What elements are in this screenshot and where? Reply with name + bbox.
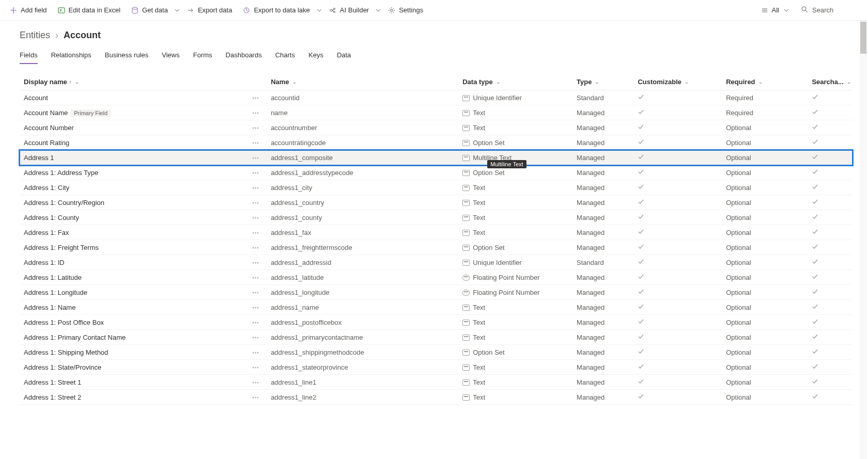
row-more-icon[interactable]: ⋯ bbox=[252, 154, 262, 162]
table-row[interactable]: Address 1: Post Office Box⋯address1_post… bbox=[20, 315, 853, 330]
row-more-icon[interactable]: ⋯ bbox=[252, 393, 262, 401]
cell-name: address1_line1 bbox=[267, 375, 458, 390]
tab-data[interactable]: Data bbox=[337, 48, 351, 64]
row-more-icon[interactable]: ⋯ bbox=[252, 363, 262, 371]
cell-name: address1_county bbox=[267, 210, 458, 225]
table-row[interactable]: Address 1: Address Type⋯address1_address… bbox=[20, 165, 853, 180]
settings-button[interactable]: Settings bbox=[382, 0, 428, 20]
cell-searchable bbox=[808, 195, 853, 210]
cell-required: Optional bbox=[722, 270, 808, 285]
col-name[interactable]: Name⌄ bbox=[267, 74, 458, 90]
row-more-icon[interactable]: ⋯ bbox=[252, 289, 262, 296]
table-row[interactable]: Account Number⋯accountnumberTextManagedO… bbox=[20, 120, 853, 135]
cell-required: Optional bbox=[722, 165, 808, 180]
col-searchable[interactable]: Searcha...⌄ bbox=[808, 74, 853, 90]
col-data-type[interactable]: Data type⌄ bbox=[458, 74, 572, 90]
col-type[interactable]: Type⌄ bbox=[572, 74, 633, 90]
table-row[interactable]: Address 1: State/Province⋯address1_state… bbox=[20, 360, 853, 375]
scrollbar-thumb[interactable] bbox=[860, 22, 866, 54]
cell-customizable bbox=[633, 390, 722, 405]
row-more-icon[interactable]: ⋯ bbox=[252, 319, 262, 326]
row-more-icon[interactable]: ⋯ bbox=[252, 244, 262, 251]
col-display-name[interactable]: Display name↑⌄ bbox=[20, 74, 267, 90]
get-data-button[interactable]: Get data bbox=[126, 0, 173, 20]
datatype-icon bbox=[462, 245, 470, 251]
tab-relationships[interactable]: Relationships bbox=[51, 48, 91, 64]
breadcrumb-parent[interactable]: Entities bbox=[20, 30, 50, 41]
row-more-icon[interactable]: ⋯ bbox=[252, 94, 262, 102]
scrollbar-track[interactable] bbox=[860, 21, 867, 405]
tab-keys[interactable]: Keys bbox=[308, 48, 323, 64]
add-field-button[interactable]: Add field bbox=[4, 0, 52, 20]
row-more-icon[interactable]: ⋯ bbox=[252, 169, 262, 177]
export-data-button[interactable]: Export data bbox=[181, 0, 238, 20]
ai-builder-chevron-icon[interactable] bbox=[374, 6, 382, 14]
table-row[interactable]: Address 1: City⋯address1_cityTextManaged… bbox=[20, 180, 853, 195]
table-row[interactable]: Address 1: Freight Terms⋯address1_freigh… bbox=[20, 240, 853, 255]
row-more-icon[interactable]: ⋯ bbox=[252, 199, 262, 207]
table-row[interactable]: Address 1: Longitude⋯address1_longitudeF… bbox=[20, 285, 853, 300]
cell-type: Managed bbox=[572, 375, 633, 390]
table-row[interactable]: Address 1: Name⋯address1_nameTextManaged… bbox=[20, 300, 853, 315]
row-more-icon[interactable]: ⋯ bbox=[252, 274, 262, 281]
row-more-icon[interactable]: ⋯ bbox=[252, 334, 262, 341]
tab-views[interactable]: Views bbox=[162, 48, 179, 64]
datatype-icon bbox=[462, 350, 470, 356]
row-more-icon[interactable]: ⋯ bbox=[252, 184, 262, 192]
table-row[interactable]: Account NamePrimary Field⋯nameTextManage… bbox=[20, 105, 853, 120]
datatype-icon bbox=[462, 379, 470, 386]
table-row[interactable]: Address 1: ID⋯address1_addressidUnique I… bbox=[20, 255, 853, 270]
tab-forms[interactable]: Forms bbox=[193, 48, 212, 64]
get-data-chevron-icon[interactable] bbox=[173, 6, 181, 14]
row-more-icon[interactable]: ⋯ bbox=[252, 214, 262, 221]
table-row[interactable]: Address 1: County⋯address1_countyTextMan… bbox=[20, 210, 853, 225]
check-icon bbox=[638, 378, 644, 386]
cell-required: Required bbox=[722, 90, 808, 105]
cell-required: Optional bbox=[722, 330, 808, 345]
tab-charts[interactable]: Charts bbox=[275, 48, 295, 64]
cell-name: name bbox=[267, 105, 458, 120]
cell-data-type: Floating Point Number bbox=[458, 285, 572, 300]
table-row[interactable]: Address 1: Latitude⋯address1_latitudeFlo… bbox=[20, 270, 853, 285]
tab-dashboards[interactable]: Dashboards bbox=[226, 48, 262, 64]
tab-fields[interactable]: Fields bbox=[20, 48, 38, 64]
edit-excel-label: Edit data in Excel bbox=[69, 6, 120, 14]
row-more-icon[interactable]: ⋯ bbox=[252, 349, 262, 356]
table-row[interactable]: Account Rating⋯accountratingcodeOption S… bbox=[20, 135, 853, 150]
tab-business-rules[interactable]: Business rules bbox=[105, 48, 149, 64]
export-data-label: Export data bbox=[198, 6, 233, 14]
table-row[interactable]: Account⋯accountidUnique IdentifierStanda… bbox=[20, 90, 853, 105]
search-input[interactable]: Search bbox=[796, 0, 864, 20]
col-required[interactable]: Required⌄ bbox=[722, 74, 808, 90]
table-row[interactable]: Address 1: Fax⋯address1_faxTextManagedOp… bbox=[20, 225, 853, 240]
table-row[interactable]: Address 1: Street 1⋯address1_line1TextMa… bbox=[20, 375, 853, 390]
cell-type: Managed bbox=[572, 120, 633, 135]
row-more-icon[interactable]: ⋯ bbox=[252, 229, 262, 236]
view-filter-chevron-icon bbox=[782, 6, 791, 14]
ai-builder-button[interactable]: AI Builder bbox=[323, 0, 374, 20]
check-icon bbox=[638, 259, 644, 266]
cell-searchable bbox=[808, 390, 853, 405]
table-row[interactable]: Address 1: Shipping Method⋯address1_ship… bbox=[20, 345, 853, 360]
table-row[interactable]: Address 1: Street 2⋯address1_line2TextMa… bbox=[20, 390, 853, 405]
cell-customizable bbox=[633, 345, 722, 360]
cell-display-name: Address 1: City⋯ bbox=[20, 180, 267, 195]
table-row[interactable]: Address 1⋯address1_compositeMultiline Te… bbox=[20, 150, 853, 165]
row-more-icon[interactable]: ⋯ bbox=[252, 124, 262, 132]
row-more-icon[interactable]: ⋯ bbox=[252, 304, 262, 311]
table-row[interactable]: Address 1: Country/Region⋯address1_count… bbox=[20, 195, 853, 210]
row-more-icon[interactable]: ⋯ bbox=[252, 109, 262, 117]
view-filter-button[interactable]: All bbox=[755, 0, 796, 20]
datatype-icon bbox=[462, 260, 470, 266]
check-icon bbox=[812, 274, 818, 281]
row-more-icon[interactable]: ⋯ bbox=[252, 259, 262, 266]
cell-data-type: Unique Identifier bbox=[458, 255, 572, 270]
export-lake-chevron-icon[interactable] bbox=[315, 6, 323, 14]
export-lake-button[interactable]: Export to data lake bbox=[237, 0, 315, 20]
row-more-icon[interactable]: ⋯ bbox=[252, 378, 262, 386]
export-lake-label: Export to data lake bbox=[254, 6, 309, 14]
col-customizable[interactable]: Customizable⌄ bbox=[633, 74, 722, 90]
table-row[interactable]: Address 1: Primary Contact Name⋯address1… bbox=[20, 330, 853, 345]
row-more-icon[interactable]: ⋯ bbox=[252, 139, 262, 147]
edit-excel-button[interactable]: Edit data in Excel bbox=[52, 0, 126, 20]
